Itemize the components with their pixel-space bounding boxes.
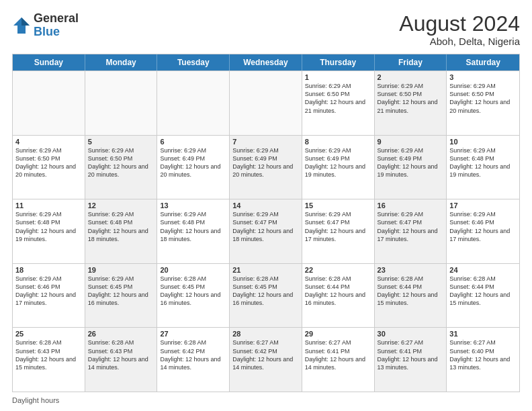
day-info: Sunrise: 6:29 AM Sunset: 6:50 PM Dayligh…	[378, 82, 444, 115]
footer: Daylight hours	[12, 396, 520, 404]
day-number: 18	[15, 266, 82, 274]
calendar-cell-day-18: 18Sunrise: 6:29 AM Sunset: 6:46 PM Dayli…	[13, 264, 85, 328]
day-info: Sunrise: 6:29 AM Sunset: 6:49 PM Dayligh…	[378, 146, 444, 179]
day-number: 20	[160, 266, 226, 274]
day-info: Sunrise: 6:28 AM Sunset: 6:44 PM Dayligh…	[305, 275, 371, 308]
day-number: 28	[232, 330, 299, 338]
weekday-header-monday: Monday	[85, 54, 158, 71]
day-info: Sunrise: 6:28 AM Sunset: 6:45 PM Dayligh…	[232, 275, 299, 308]
calendar-cell-empty	[13, 71, 85, 135]
day-info: Sunrise: 6:29 AM Sunset: 6:50 PM Dayligh…	[305, 82, 371, 115]
day-number: 22	[305, 266, 371, 274]
calendar-cell-day-14: 14Sunrise: 6:29 AM Sunset: 6:47 PM Dayli…	[230, 199, 302, 263]
logo-icon	[12, 16, 31, 35]
day-number: 2	[378, 73, 444, 81]
day-number: 4	[15, 138, 82, 146]
calendar-cell-day-9: 9Sunrise: 6:29 AM Sunset: 6:49 PM Daylig…	[375, 136, 447, 199]
calendar-cell-empty	[157, 71, 230, 135]
calendar-cell-day-8: 8Sunrise: 6:29 AM Sunset: 6:49 PM Daylig…	[302, 136, 375, 199]
calendar: SundayMondayTuesdayWednesdayThursdayFrid…	[12, 54, 520, 392]
calendar-row-2: 4Sunrise: 6:29 AM Sunset: 6:50 PM Daylig…	[13, 135, 519, 199]
day-info: Sunrise: 6:29 AM Sunset: 6:49 PM Dayligh…	[305, 146, 371, 179]
day-info: Sunrise: 6:29 AM Sunset: 6:50 PM Dayligh…	[15, 146, 82, 179]
calendar-cell-day-3: 3Sunrise: 6:29 AM Sunset: 6:50 PM Daylig…	[447, 71, 519, 135]
calendar-cell-day-16: 16Sunrise: 6:29 AM Sunset: 6:47 PM Dayli…	[375, 199, 447, 263]
day-number: 30	[378, 330, 444, 338]
day-number: 7	[232, 138, 299, 146]
day-info: Sunrise: 6:28 AM Sunset: 6:43 PM Dayligh…	[15, 338, 82, 371]
day-number: 25	[15, 330, 82, 338]
calendar-cell-day-30: 30Sunrise: 6:27 AM Sunset: 6:41 PM Dayli…	[375, 328, 447, 392]
calendar-cell-day-19: 19Sunrise: 6:29 AM Sunset: 6:45 PM Dayli…	[85, 264, 158, 328]
day-number: 11	[15, 201, 82, 210]
calendar-row-4: 18Sunrise: 6:29 AM Sunset: 6:46 PM Dayli…	[13, 263, 519, 328]
day-info: Sunrise: 6:28 AM Sunset: 6:42 PM Dayligh…	[160, 338, 226, 371]
calendar-cell-day-13: 13Sunrise: 6:29 AM Sunset: 6:48 PM Dayli…	[157, 199, 230, 263]
calendar-cell-day-1: 1Sunrise: 6:29 AM Sunset: 6:50 PM Daylig…	[302, 71, 375, 135]
day-info: Sunrise: 6:28 AM Sunset: 6:45 PM Dayligh…	[160, 275, 226, 308]
calendar-cell-day-26: 26Sunrise: 6:28 AM Sunset: 6:43 PM Dayli…	[85, 328, 158, 392]
day-number: 27	[160, 330, 226, 338]
calendar-cell-day-25: 25Sunrise: 6:28 AM Sunset: 6:43 PM Dayli…	[13, 328, 85, 392]
day-number: 29	[305, 330, 371, 338]
weekday-header-sunday: Sunday	[13, 54, 85, 71]
day-info: Sunrise: 6:29 AM Sunset: 6:47 PM Dayligh…	[232, 210, 299, 243]
page: General Blue August 2024 Aboh, Delta, Ni…	[0, 0, 532, 411]
calendar-cell-day-12: 12Sunrise: 6:29 AM Sunset: 6:48 PM Dayli…	[85, 199, 158, 263]
daylight-hours-label: Daylight hours	[12, 396, 59, 404]
day-number: 17	[449, 201, 517, 210]
day-info: Sunrise: 6:29 AM Sunset: 6:50 PM Dayligh…	[449, 82, 517, 115]
day-number: 12	[88, 201, 154, 210]
calendar-cell-day-29: 29Sunrise: 6:27 AM Sunset: 6:41 PM Dayli…	[302, 328, 375, 392]
day-info: Sunrise: 6:28 AM Sunset: 6:44 PM Dayligh…	[378, 275, 444, 308]
day-info: Sunrise: 6:27 AM Sunset: 6:42 PM Dayligh…	[232, 338, 299, 371]
calendar-cell-day-22: 22Sunrise: 6:28 AM Sunset: 6:44 PM Dayli…	[302, 264, 375, 328]
calendar-cell-day-17: 17Sunrise: 6:29 AM Sunset: 6:46 PM Dayli…	[447, 199, 519, 263]
header: General Blue August 2024 Aboh, Delta, Ni…	[12, 12, 520, 47]
day-info: Sunrise: 6:28 AM Sunset: 6:44 PM Dayligh…	[449, 275, 517, 308]
day-info: Sunrise: 6:28 AM Sunset: 6:43 PM Dayligh…	[88, 338, 154, 371]
day-info: Sunrise: 6:29 AM Sunset: 6:48 PM Dayligh…	[88, 210, 154, 243]
day-info: Sunrise: 6:29 AM Sunset: 6:47 PM Dayligh…	[378, 210, 444, 243]
calendar-cell-day-6: 6Sunrise: 6:29 AM Sunset: 6:49 PM Daylig…	[157, 136, 230, 199]
calendar-cell-day-15: 15Sunrise: 6:29 AM Sunset: 6:47 PM Dayli…	[302, 199, 375, 263]
day-number: 3	[449, 73, 517, 81]
calendar-cell-day-24: 24Sunrise: 6:28 AM Sunset: 6:44 PM Dayli…	[447, 264, 519, 328]
day-info: Sunrise: 6:29 AM Sunset: 6:46 PM Dayligh…	[449, 210, 517, 243]
day-number: 16	[378, 201, 444, 210]
day-info: Sunrise: 6:29 AM Sunset: 6:48 PM Dayligh…	[449, 146, 517, 179]
day-number: 31	[449, 330, 517, 338]
calendar-row-5: 25Sunrise: 6:28 AM Sunset: 6:43 PM Dayli…	[13, 327, 519, 392]
calendar-cell-day-21: 21Sunrise: 6:28 AM Sunset: 6:45 PM Dayli…	[230, 264, 302, 328]
calendar-cell-day-23: 23Sunrise: 6:28 AM Sunset: 6:44 PM Dayli…	[375, 264, 447, 328]
calendar-cell-empty	[230, 71, 302, 135]
day-info: Sunrise: 6:29 AM Sunset: 6:49 PM Dayligh…	[160, 146, 226, 179]
calendar-row-3: 11Sunrise: 6:29 AM Sunset: 6:48 PM Dayli…	[13, 199, 519, 263]
day-number: 6	[160, 138, 226, 146]
calendar-cell-day-4: 4Sunrise: 6:29 AM Sunset: 6:50 PM Daylig…	[13, 136, 85, 199]
day-info: Sunrise: 6:27 AM Sunset: 6:41 PM Dayligh…	[305, 338, 371, 371]
calendar-header: SundayMondayTuesdayWednesdayThursdayFrid…	[13, 54, 519, 71]
day-number: 13	[160, 201, 226, 210]
svg-marker-1	[21, 17, 30, 26]
weekday-header-tuesday: Tuesday	[157, 54, 230, 71]
calendar-cell-day-31: 31Sunrise: 6:27 AM Sunset: 6:40 PM Dayli…	[447, 328, 519, 392]
day-number: 19	[88, 266, 154, 274]
weekday-header-friday: Friday	[375, 54, 447, 71]
day-info: Sunrise: 6:29 AM Sunset: 6:50 PM Dayligh…	[88, 146, 154, 179]
day-number: 24	[449, 266, 517, 274]
calendar-cell-day-28: 28Sunrise: 6:27 AM Sunset: 6:42 PM Dayli…	[230, 328, 302, 392]
month-year: August 2024	[399, 12, 520, 36]
day-number: 10	[449, 138, 517, 146]
day-number: 1	[305, 73, 371, 81]
title-block: August 2024 Aboh, Delta, Nigeria	[399, 12, 520, 47]
day-info: Sunrise: 6:29 AM Sunset: 6:46 PM Dayligh…	[15, 275, 82, 308]
logo-blue-text: Blue	[34, 25, 60, 38]
day-info: Sunrise: 6:27 AM Sunset: 6:41 PM Dayligh…	[378, 338, 444, 371]
calendar-cell-day-2: 2Sunrise: 6:29 AM Sunset: 6:50 PM Daylig…	[375, 71, 447, 135]
day-info: Sunrise: 6:29 AM Sunset: 6:48 PM Dayligh…	[160, 210, 226, 243]
calendar-cell-day-10: 10Sunrise: 6:29 AM Sunset: 6:48 PM Dayli…	[447, 136, 519, 199]
calendar-body: 1Sunrise: 6:29 AM Sunset: 6:50 PM Daylig…	[13, 71, 519, 392]
weekday-header-wednesday: Wednesday	[230, 54, 302, 71]
day-info: Sunrise: 6:29 AM Sunset: 6:47 PM Dayligh…	[305, 210, 371, 243]
